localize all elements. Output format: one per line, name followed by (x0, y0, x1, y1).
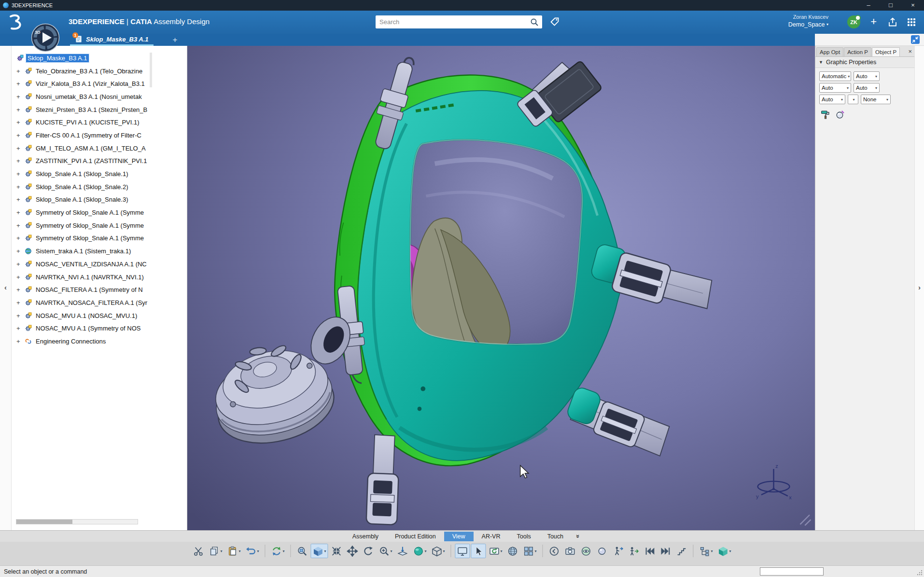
color-swatch-dropdown[interactable]: ▾ (848, 95, 858, 104)
tree-item[interactable]: +NAVRTKA_NVI A.1 (NAVRTKA_NVI.1) (12, 271, 187, 284)
full-screen-button[interactable] (455, 544, 470, 558)
design-mode-button[interactable]: ▾ (698, 544, 715, 558)
dropdown-caret-icon[interactable]: ▾ (257, 549, 259, 553)
apps-grid-icon[interactable] (907, 17, 916, 27)
expander-icon[interactable]: + (16, 209, 25, 216)
3dexperience-compass-icon[interactable]: 3D (31, 23, 60, 52)
expander-icon[interactable]: + (16, 312, 25, 319)
dropdown-caret-icon[interactable]: ▾ (729, 549, 731, 553)
graphic-property-select[interactable]: Auto▾ (854, 71, 880, 81)
expander-icon[interactable]: + (16, 93, 25, 100)
workspace-selector[interactable]: Demo_Space ▾ (788, 21, 828, 29)
tree-item[interactable]: +NAVRTKA_NOSACA_FILTERA A.1 (Syr (12, 296, 187, 309)
command-input[interactable] (760, 567, 824, 576)
tree-item[interactable]: +Symmetry of Sklop_Snale A.1 (Symme (12, 232, 187, 245)
panel-close-icon[interactable]: × (908, 48, 912, 55)
tree-item[interactable]: +Sklop_Snale A.1 (Sklop_Snale.1) (12, 167, 187, 180)
expander-icon[interactable]: + (16, 106, 25, 113)
tree-item[interactable]: +Sistem_traka A.1 (Sistem_traka.1) (12, 245, 187, 258)
tree-item[interactable]: Sklop_Maske_B3 A.1 (12, 52, 187, 65)
capture-button[interactable] (563, 544, 578, 558)
refresh-display-button[interactable]: ▾ (487, 544, 504, 558)
ribbon-tab-touch[interactable]: Touch (539, 532, 572, 541)
dropdown-caret-icon[interactable]: ▾ (443, 549, 445, 553)
expander-icon[interactable]: + (16, 299, 25, 306)
render-style-button[interactable] (505, 544, 520, 558)
tree-item[interactable]: +NOSAC_VENTILA_IZDISANJA A.1 (NC (12, 258, 187, 271)
tree-item[interactable]: +NOSAC_FILTERA A.1 (Symmetry of N (12, 283, 187, 296)
tag-icon[interactable] (549, 16, 560, 27)
tree-item[interactable]: +NOSAC_MVU A.1 (Symmetry of NOS (12, 322, 187, 335)
reframe-button[interactable] (329, 544, 344, 558)
ribbon-tab-ar-vr[interactable]: AR-VR (474, 532, 509, 541)
tree-item[interactable]: +Symmetry of Sklop_Snale A.1 (Symme (12, 206, 187, 219)
expander-icon[interactable]: + (16, 183, 25, 191)
section-collapse-icon[interactable]: ▼ (819, 60, 823, 65)
view-modes-button[interactable]: ▾ (430, 544, 447, 558)
search-input[interactable] (376, 18, 530, 26)
window-resize-grip[interactable] (917, 570, 923, 576)
expander-icon[interactable]: + (16, 68, 25, 75)
collapse-right-panel-chevron[interactable]: › (915, 283, 924, 291)
share-icon[interactable] (887, 17, 898, 27)
tree-item[interactable]: +KUCISTE_PVI A.1 (KUCISTE_PVI.1) (12, 116, 187, 129)
expander-icon[interactable]: + (16, 145, 25, 152)
panel-tab-action-p[interactable]: Action P (844, 47, 871, 56)
tree-item[interactable]: +Symmetry of Sklop_Snale A.1 (Symme (12, 219, 187, 232)
paste-button[interactable]: ▾ (225, 544, 242, 558)
graphic-property-select[interactable]: Automatic▾ (819, 71, 851, 81)
expander-icon[interactable]: + (16, 170, 25, 178)
look-at-button[interactable]: ▾ (411, 544, 429, 558)
scrollbar-thumb[interactable] (16, 520, 72, 524)
tree-item[interactable]: +Nosni_umetak_B3 A.1 (Nosni_umetak (12, 90, 187, 103)
expander-icon[interactable]: + (16, 338, 25, 345)
document-tab[interactable]: 1 Sklop_Maske_B3 A.1 (70, 34, 154, 46)
split-view-button[interactable]: ▾ (521, 544, 539, 558)
new-tab-button[interactable]: + (173, 35, 178, 45)
expander-icon[interactable]: + (16, 234, 25, 242)
tree-vertical-scrollbar[interactable] (150, 53, 152, 87)
tree-item[interactable]: +Sklop_Snale A.1 (Sklop_Snale.2) (12, 180, 187, 193)
graphic-properties-header[interactable]: ▼ Graphic Properties (815, 57, 914, 68)
tree-item[interactable]: +Engineering Connections (12, 335, 187, 348)
iso-view-button[interactable]: ▾ (310, 544, 328, 558)
tree-item[interactable]: +Filter-CS 00 A.1 (Symmetry of Filter-C (12, 129, 187, 142)
add-content-button[interactable]: + (870, 16, 877, 27)
examine-button[interactable] (595, 544, 610, 558)
dropdown-caret-icon[interactable]: ▾ (390, 549, 392, 553)
tree-item[interactable]: +Sklop_Snale A.1 (Sklop_Snale.3) (12, 193, 187, 206)
dropdown-caret-icon[interactable]: ▾ (425, 549, 427, 553)
expander-icon[interactable]: + (16, 325, 25, 332)
rotate-button[interactable] (361, 544, 376, 558)
tree-item[interactable]: +Stezni_Prsten_B3 A.1 (Stezni_Prsten_B (12, 103, 187, 116)
graphic-property-select[interactable]: Auto▾ (819, 83, 851, 93)
dropdown-caret-icon[interactable]: ▾ (501, 549, 503, 553)
tree-item[interactable]: +Telo_Obrazine_B3 A.1 (Telo_Obrazine (12, 65, 187, 78)
visualization-mode-button[interactable]: ▾ (716, 544, 733, 558)
panel-tab-object-p[interactable]: Object P (872, 47, 900, 56)
user-block[interactable]: Zoran Kvascev Demo_Space ▾ (788, 14, 828, 29)
tree-horizontal-scrollbar[interactable] (16, 519, 138, 524)
tree-item[interactable]: +NOSAC_MVU A.1 (NOSAC_MVU.1) (12, 309, 187, 322)
collapse-window-icon[interactable] (910, 35, 920, 44)
ribbon-tab-tools[interactable]: Tools (508, 532, 539, 541)
avatar[interactable]: ZK (847, 15, 860, 28)
expander-icon[interactable]: + (16, 132, 25, 139)
search-icon[interactable] (530, 18, 539, 27)
expander-icon[interactable]: + (16, 196, 25, 203)
material-sphere-icon[interactable] (835, 110, 845, 122)
expander-icon[interactable]: + (16, 80, 25, 87)
collapse-left-panel-chevron[interactable]: ‹ (0, 283, 11, 291)
graphic-property-select[interactable]: Auto▾ (854, 83, 880, 93)
cut-button[interactable] (191, 544, 206, 558)
update-button[interactable]: ▾ (269, 544, 286, 558)
panel-tab-app-opt[interactable]: App Opt (816, 47, 843, 56)
expander-icon[interactable]: + (16, 286, 25, 293)
walk-button[interactable] (611, 544, 626, 558)
dropdown-caret-icon[interactable]: ▾ (535, 549, 537, 553)
normal-view-button[interactable] (395, 544, 410, 558)
undo-button[interactable]: ▾ (243, 544, 261, 558)
expander-icon[interactable]: + (16, 247, 25, 255)
3d-viewport[interactable]: z x y (187, 46, 815, 530)
paint-roller-icon[interactable] (820, 110, 830, 122)
